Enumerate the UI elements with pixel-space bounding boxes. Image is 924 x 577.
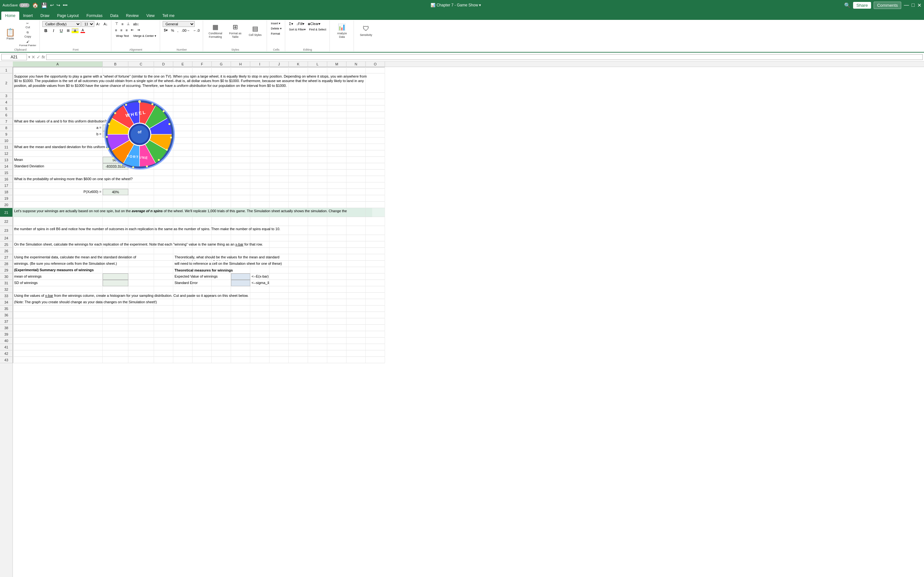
grid-row-11[interactable]: What are the mean and standard deviation… bbox=[13, 144, 385, 150]
cell-42-13[interactable] bbox=[347, 350, 366, 357]
cell-10-11[interactable] bbox=[308, 137, 327, 144]
cell-7-9[interactable] bbox=[270, 118, 289, 125]
cell-1-7[interactable] bbox=[231, 67, 250, 73]
ribbon-tab-review[interactable]: Review bbox=[122, 11, 142, 20]
cell-17-13[interactable] bbox=[347, 182, 366, 189]
cell-6-14[interactable] bbox=[366, 112, 385, 118]
cell-6-9[interactable] bbox=[270, 112, 289, 118]
cell-11-7[interactable] bbox=[231, 144, 250, 150]
row-header-35[interactable]: 35 bbox=[0, 306, 13, 312]
cell-12-5[interactable] bbox=[192, 150, 212, 157]
cell-40-13[interactable] bbox=[347, 338, 366, 344]
col-header-D[interactable]: D bbox=[154, 61, 173, 67]
cell-37-5[interactable] bbox=[192, 318, 212, 325]
cell-8-10[interactable] bbox=[289, 125, 308, 131]
cell-42-7[interactable] bbox=[231, 350, 250, 357]
cell-24-11[interactable] bbox=[308, 235, 327, 242]
cell-31-10[interactable] bbox=[289, 280, 308, 286]
cell-38-8[interactable] bbox=[250, 325, 270, 331]
cell-8-8[interactable] bbox=[250, 125, 270, 131]
cell-37-6[interactable] bbox=[212, 318, 231, 325]
cell-43-2[interactable] bbox=[128, 357, 154, 363]
cell-1-11[interactable] bbox=[308, 67, 327, 73]
cell-3-8[interactable] bbox=[250, 93, 270, 99]
cell-14-8[interactable] bbox=[250, 163, 270, 169]
cell-24-4[interactable] bbox=[173, 235, 192, 242]
cell-16-11[interactable] bbox=[308, 176, 327, 182]
more-icon[interactable]: ••• bbox=[63, 3, 68, 8]
cell-7-5[interactable] bbox=[192, 118, 212, 125]
ribbon-tab-insert[interactable]: Insert bbox=[19, 11, 37, 20]
cell-11-6[interactable] bbox=[212, 144, 231, 150]
cell-42-5[interactable] bbox=[192, 350, 212, 357]
align-center-button[interactable]: ≡ bbox=[119, 27, 124, 33]
cell-3-3[interactable] bbox=[154, 93, 173, 99]
cell-34-13[interactable] bbox=[347, 299, 366, 306]
cell-5-14[interactable] bbox=[366, 105, 385, 112]
grid-row-15[interactable] bbox=[13, 169, 385, 176]
cell-39-4[interactable] bbox=[173, 331, 192, 338]
cell-content-28-4[interactable]: will need to reference a cell on the Sim… bbox=[173, 261, 289, 267]
cell-36-8[interactable] bbox=[250, 312, 270, 318]
row-header-1[interactable]: 1 bbox=[0, 67, 13, 73]
cell-20-9[interactable] bbox=[270, 201, 289, 208]
cell-22-3[interactable] bbox=[154, 217, 173, 226]
grid-row-43[interactable] bbox=[13, 357, 385, 363]
indent-increase-button[interactable]: ⇥ bbox=[136, 27, 141, 33]
cell-43-9[interactable] bbox=[270, 357, 289, 363]
cell-26-14[interactable] bbox=[366, 248, 385, 254]
cell-7-4[interactable] bbox=[173, 118, 192, 125]
cell-39-6[interactable] bbox=[212, 331, 231, 338]
cell-35-7[interactable] bbox=[231, 306, 250, 312]
share-button[interactable]: Share bbox=[853, 2, 871, 9]
cell-35-0[interactable] bbox=[13, 306, 103, 312]
cell-17-9[interactable] bbox=[270, 182, 289, 189]
grid-row-4[interactable] bbox=[13, 99, 385, 105]
cell-26-5[interactable] bbox=[192, 248, 212, 254]
underline-button[interactable]: U bbox=[58, 27, 65, 34]
col-header-J[interactable]: J bbox=[270, 61, 289, 67]
align-bottom-button[interactable]: ⊥ bbox=[126, 21, 131, 27]
row-header-16[interactable]: 16 bbox=[0, 176, 13, 182]
cell-14-14[interactable] bbox=[366, 163, 385, 169]
cell-20-12[interactable] bbox=[327, 201, 347, 208]
italic-button[interactable]: I bbox=[50, 27, 57, 34]
cell-38-3[interactable] bbox=[154, 325, 173, 331]
borders-button[interactable]: ⊞ bbox=[65, 28, 71, 33]
cell-22-14[interactable] bbox=[366, 217, 385, 226]
cell-15-2[interactable] bbox=[128, 169, 154, 176]
grid-row-20[interactable] bbox=[13, 201, 385, 208]
cell-7-7[interactable] bbox=[231, 118, 250, 125]
cell-32-5[interactable] bbox=[192, 286, 212, 293]
ribbon-tab-draw[interactable]: Draw bbox=[37, 11, 53, 20]
cell-20-2[interactable] bbox=[128, 201, 154, 208]
cell-31-12[interactable] bbox=[327, 280, 347, 286]
cell-18-3[interactable] bbox=[154, 189, 173, 195]
cell-38-11[interactable] bbox=[308, 325, 327, 331]
cell-24-10[interactable] bbox=[289, 235, 308, 242]
cell-39-14[interactable] bbox=[366, 331, 385, 338]
row-header-17[interactable]: 17 bbox=[0, 182, 13, 189]
cell-26-7[interactable] bbox=[231, 248, 250, 254]
cell-6-0[interactable] bbox=[13, 112, 103, 118]
cell-6-4[interactable] bbox=[173, 112, 192, 118]
cell-17-1[interactable] bbox=[103, 182, 128, 189]
cell-37-2[interactable] bbox=[128, 318, 154, 325]
cell-5-12[interactable] bbox=[327, 105, 347, 112]
close-icon[interactable]: ✕ bbox=[917, 2, 921, 8]
row-header-42[interactable]: 42 bbox=[0, 350, 13, 357]
cell-24-3[interactable] bbox=[154, 235, 173, 242]
cell-43-5[interactable] bbox=[192, 357, 212, 363]
cell-content-2-0[interactable]: Suppose you have the opportunity to play… bbox=[13, 73, 372, 93]
cell-11-10[interactable] bbox=[289, 144, 308, 150]
row-header-4[interactable]: 4 bbox=[0, 99, 13, 105]
cell-20-7[interactable] bbox=[231, 201, 250, 208]
cell-1-2[interactable] bbox=[128, 67, 154, 73]
cut-button[interactable]: ✂Cut bbox=[18, 21, 37, 29]
grid-row-25[interactable]: On the Simulation sheet, calculate the w… bbox=[13, 242, 385, 248]
cell-9-9[interactable] bbox=[270, 131, 289, 137]
row-header-19[interactable]: 19 bbox=[0, 195, 13, 201]
cell-18-2[interactable] bbox=[128, 189, 154, 195]
grid-row-39[interactable] bbox=[13, 331, 385, 338]
cell-19-4[interactable] bbox=[173, 195, 192, 201]
